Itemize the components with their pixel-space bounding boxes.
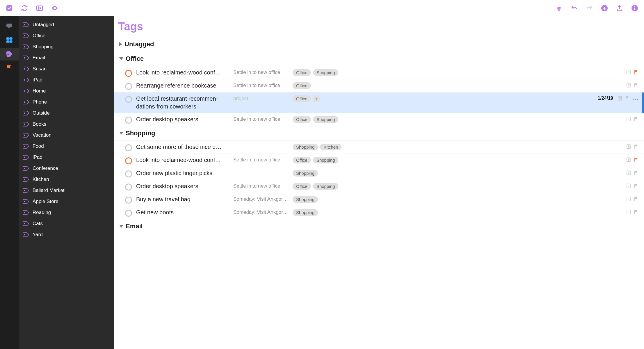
- svg-point-31: [24, 212, 25, 213]
- sidebar-tag-email[interactable]: Email: [19, 52, 114, 63]
- tag-pill[interactable]: Shopping: [313, 69, 338, 76]
- share-icon[interactable]: [615, 4, 624, 12]
- sidebar-tag-outside[interactable]: Outside: [19, 108, 114, 119]
- sidebar-tag-books[interactable]: Books: [19, 119, 114, 130]
- note-icon[interactable]: [626, 116, 631, 123]
- sidebar-tag-conference[interactable]: Conference: [19, 163, 114, 174]
- section-header-office[interactable]: Office: [114, 51, 644, 66]
- task-status-circle[interactable]: [125, 210, 132, 217]
- tag-pill[interactable]: Office: [293, 95, 311, 102]
- sidebar-tag-kitchen[interactable]: Kitchen: [19, 174, 114, 185]
- task-row[interactable]: Order desktop speakersSettle in to new o…: [114, 113, 644, 126]
- sidebar-tag-reading[interactable]: Reading: [19, 207, 114, 218]
- task-row[interactable]: Look into reclaimed-wood conf…Settle in …: [114, 154, 644, 167]
- task-status-circle[interactable]: [125, 70, 132, 77]
- note-icon[interactable]: [626, 209, 631, 216]
- tag-pill[interactable]: Shopping: [293, 209, 318, 216]
- section-header-shopping[interactable]: Shopping: [114, 126, 644, 140]
- task-title: Get new boots: [136, 209, 229, 216]
- task-row[interactable]: Look into reclaimed-wood conf…Settle in …: [114, 66, 644, 79]
- flag-icon[interactable]: [625, 96, 630, 102]
- toggle-sidebar-icon[interactable]: [35, 4, 44, 12]
- note-icon[interactable]: [626, 144, 631, 150]
- sidebar-tag-ballard-market[interactable]: Ballard Market: [19, 185, 114, 196]
- tag-pill[interactable]: Kitchen: [320, 144, 341, 150]
- sidebar-tag-susan[interactable]: Susan: [19, 63, 114, 74]
- tag-pill[interactable]: Office: [293, 157, 311, 163]
- sync-icon[interactable]: [20, 4, 29, 12]
- sidebar-tag-vacation[interactable]: Vacation: [19, 130, 114, 141]
- rail-tags[interactable]: [0, 48, 19, 60]
- sidebar-tag-food[interactable]: Food: [19, 141, 114, 152]
- rail-flagged[interactable]: [0, 62, 19, 74]
- note-icon[interactable]: [626, 70, 631, 76]
- sidebar-tag-untagged[interactable]: Untagged: [19, 19, 114, 30]
- check-icon[interactable]: [5, 4, 13, 12]
- sidebar-tag-yard[interactable]: Yard: [19, 229, 114, 240]
- tag-pill[interactable]: Office: [293, 116, 311, 123]
- task-row[interactable]: Get new bootsSomeday: Visit Ankgor …Shop…: [114, 206, 644, 219]
- flag-icon[interactable]: [634, 196, 639, 203]
- task-row[interactable]: Rearrange reference bookcaseSettle in to…: [114, 79, 644, 92]
- task-status-circle[interactable]: [125, 197, 132, 204]
- svg-point-47: [635, 99, 636, 100]
- tag-pill[interactable]: Shopping: [293, 144, 318, 150]
- sidebar-tag-shopping[interactable]: Shopping: [19, 41, 114, 52]
- flag-icon[interactable]: [634, 157, 639, 163]
- note-icon[interactable]: [626, 157, 631, 163]
- cleanup-icon[interactable]: [555, 4, 563, 12]
- task-status-circle[interactable]: [125, 117, 132, 124]
- tag-pill[interactable]: Shopping: [313, 116, 338, 123]
- tag-pill[interactable]: Office: [293, 82, 311, 89]
- flag-icon[interactable]: [634, 209, 639, 216]
- sidebar-tag-ipad[interactable]: iPad: [19, 152, 114, 163]
- tag-pill[interactable]: Shopping: [313, 183, 338, 190]
- task-status-circle[interactable]: [125, 144, 132, 151]
- redo-icon[interactable]: [585, 4, 593, 12]
- section-header-email[interactable]: Email: [114, 219, 644, 234]
- note-icon[interactable]: [617, 96, 622, 102]
- sidebar-tag-cats[interactable]: Cats: [19, 218, 114, 229]
- flag-icon[interactable]: [634, 144, 639, 150]
- note-icon[interactable]: [626, 170, 631, 177]
- task-status-circle[interactable]: [125, 170, 132, 177]
- flag-icon[interactable]: [634, 83, 639, 89]
- task-status-circle[interactable]: [125, 96, 132, 103]
- sidebar-tag-home[interactable]: Home: [19, 86, 114, 97]
- info-icon[interactable]: [631, 4, 639, 12]
- add-icon[interactable]: [600, 4, 609, 12]
- rail-inbox[interactable]: [0, 20, 19, 33]
- add-tag-button[interactable]: +: [313, 95, 320, 102]
- flag-icon[interactable]: [634, 170, 639, 177]
- view-icon[interactable]: [51, 4, 59, 12]
- task-row[interactable]: Order desktop speakersSettle in to new o…: [114, 180, 644, 193]
- tag-pill[interactable]: Shopping: [313, 157, 338, 163]
- sidebar-tag-phone[interactable]: Phone: [19, 97, 114, 108]
- svg-point-21: [24, 102, 25, 103]
- rail-projects[interactable]: [0, 34, 19, 47]
- tag-pill[interactable]: Office: [293, 69, 311, 76]
- task-row[interactable]: Order new plastic finger picksShopping: [114, 167, 644, 180]
- note-icon[interactable]: [626, 183, 631, 190]
- sidebar-tag-ipad[interactable]: iPad: [19, 74, 114, 86]
- sidebar-tag-apple-store[interactable]: Apple Store: [19, 196, 114, 207]
- sidebar-tag-office[interactable]: Office: [19, 30, 114, 41]
- note-icon[interactable]: [626, 83, 631, 89]
- task-row[interactable]: Buy a new travel bagSomeday: Visit Ankgo…: [114, 193, 644, 206]
- tag-pill[interactable]: Shopping: [293, 196, 318, 203]
- more-icon[interactable]: [632, 96, 639, 102]
- undo-icon[interactable]: [570, 4, 578, 12]
- flag-icon[interactable]: [634, 70, 639, 76]
- flag-icon[interactable]: [634, 183, 639, 190]
- tag-pill[interactable]: Shopping: [293, 170, 318, 177]
- flag-icon[interactable]: [634, 116, 639, 123]
- task-status-circle[interactable]: [125, 184, 132, 190]
- task-status-circle[interactable]: [125, 157, 132, 164]
- svg-point-10: [9, 37, 13, 40]
- section-header-untagged[interactable]: Untagged: [114, 37, 644, 51]
- tag-pill[interactable]: Office: [293, 183, 311, 190]
- task-row[interactable]: Get local restaurant recommen­dations fr…: [114, 92, 644, 113]
- task-row[interactable]: Get some more of those nice d…ShoppingKi…: [114, 140, 644, 154]
- task-status-circle[interactable]: [125, 83, 132, 90]
- note-icon[interactable]: [626, 196, 631, 203]
